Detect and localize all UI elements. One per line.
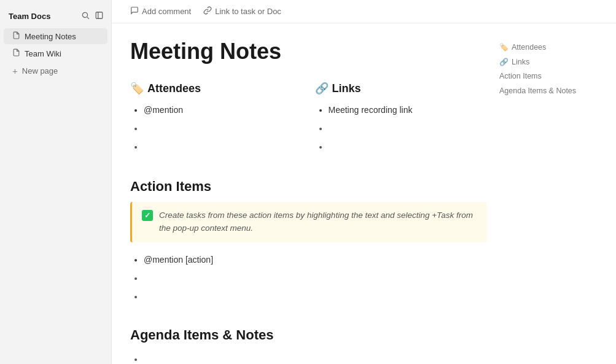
callout-text: Create tasks from these action items by … — [159, 209, 477, 235]
svg-line-1 — [87, 17, 89, 19]
add-comment-button[interactable]: Add comment — [130, 6, 191, 17]
toc-item-attendees[interactable]: 🏷️ Attendees — [499, 41, 598, 55]
attendees-icon: 🏷️ — [130, 82, 144, 95]
toc-links-label: Links — [512, 57, 529, 68]
list-item — [144, 269, 487, 287]
attendees-heading: 🏷️ Attendees — [130, 82, 303, 95]
document-icon — [12, 31, 20, 41]
toc-attendees-icon: 🏷️ — [499, 42, 509, 53]
toc-links-icon: 🔗 — [499, 57, 509, 68]
link-label: Link to task or Doc — [215, 7, 281, 16]
list-item — [329, 120, 488, 137]
list-item: @mention [action] — [144, 251, 487, 268]
attendees-title: Attendees — [147, 82, 201, 95]
add-comment-label: Add comment — [142, 7, 191, 16]
callout-box: Create tasks from these action items by … — [130, 202, 487, 242]
list-item — [329, 138, 488, 155]
list-item: Meeting recording link — [329, 101, 488, 118]
comment-icon — [130, 6, 139, 17]
new-page-label: New page — [22, 66, 58, 76]
list-item — [144, 138, 303, 155]
attendees-list: @mention — [130, 101, 303, 155]
toc-item-action-items[interactable]: Action Items — [499, 69, 598, 84]
document-icon-2 — [12, 48, 20, 58]
new-page-button[interactable]: + New page — [4, 63, 107, 79]
toc-attendees-label: Attendees — [512, 42, 546, 53]
toc-action-items-label: Action Items — [499, 71, 542, 82]
sidebar-item-meeting-notes[interactable]: Meeting Notes — [4, 28, 107, 44]
action-items-heading: Action Items — [130, 179, 487, 195]
list-item — [144, 120, 303, 137]
callout-text-content: Create tasks from these action items by … — [159, 211, 473, 233]
list-item — [144, 288, 487, 305]
two-column-section: 🏷️ Attendees @mention 🔗 Links — [130, 82, 487, 157]
page-title: Meeting Notes — [130, 38, 487, 64]
agenda-heading: Agenda Items & Notes — [130, 327, 487, 343]
callout-checkbox — [142, 210, 153, 221]
toc-agenda-label: Agenda Items & Notes — [499, 86, 576, 97]
action-items-list: @mention [action] — [130, 251, 487, 305]
sidebar-item-label-2: Team Wiki — [25, 49, 61, 58]
list-item: @mention — [144, 101, 303, 118]
sidebar-toggle-icon[interactable] — [95, 11, 104, 21]
link-icon — [203, 6, 212, 17]
links-list: Meeting recording link — [315, 101, 488, 155]
search-icon[interactable] — [81, 11, 90, 21]
sidebar-title: Team Docs — [9, 12, 50, 21]
agenda-list — [130, 350, 487, 364]
plus-icon: + — [12, 66, 18, 76]
toc-item-agenda[interactable]: Agenda Items & Notes — [499, 84, 598, 99]
svg-rect-2 — [96, 12, 103, 19]
sidebar-header: Team Docs — [0, 7, 111, 28]
document-body: Meeting Notes 🏷️ Attendees @mention — [130, 38, 487, 346]
attendees-section: 🏷️ Attendees @mention — [130, 82, 303, 157]
main-content: Add comment Link to task or Doc Meeting … — [112, 0, 616, 364]
content-area: Meeting Notes 🏷️ Attendees @mention — [112, 23, 616, 364]
links-title: Links — [332, 82, 361, 95]
toc-item-links[interactable]: 🔗 Links — [499, 55, 598, 70]
link-button[interactable]: Link to task or Doc — [203, 6, 281, 17]
sidebar-icons — [81, 11, 104, 21]
toolbar: Add comment Link to task or Doc — [112, 0, 616, 23]
sidebar-item-team-wiki[interactable]: Team Wiki — [4, 45, 107, 61]
agenda-section: Agenda Items & Notes — [130, 327, 487, 364]
action-items-section: Action Items Create tasks from these act… — [130, 179, 487, 305]
sidebar-item-label: Meeting Notes — [25, 32, 76, 41]
links-icon: 🔗 — [315, 82, 329, 95]
svg-point-0 — [82, 12, 87, 17]
links-section: 🔗 Links Meeting recording link — [315, 82, 488, 157]
sidebar: Team Docs Meeting Notes — [0, 0, 112, 364]
table-of-contents: 🏷️ Attendees 🔗 Links Action Items Agenda… — [499, 38, 598, 346]
list-item — [144, 350, 487, 364]
links-heading: 🔗 Links — [315, 82, 488, 95]
